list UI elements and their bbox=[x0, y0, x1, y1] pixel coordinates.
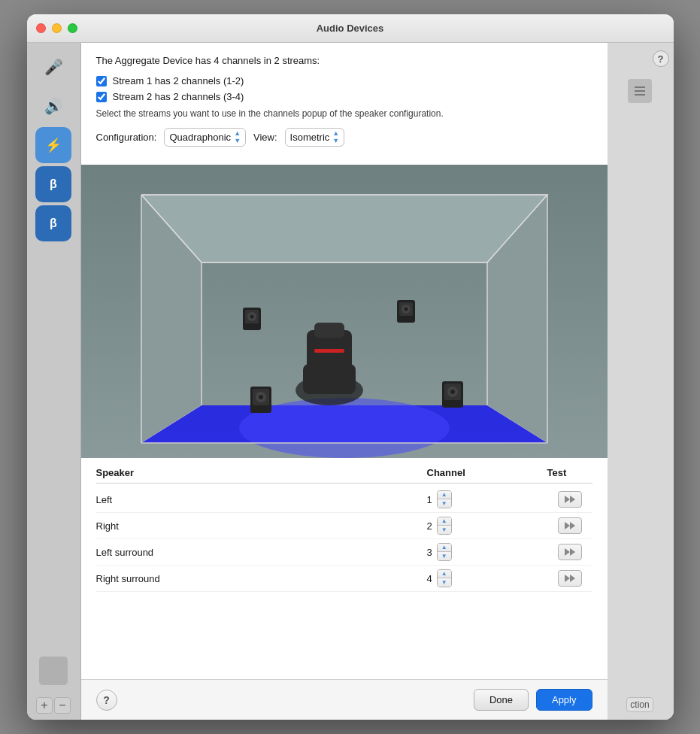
channel-stepper-right[interactable]: ▲ ▼ bbox=[437, 517, 452, 535]
svg-point-26 bbox=[450, 390, 455, 394]
table-row: Left 1 ▲ ▼ bbox=[96, 487, 592, 513]
configuration-value: Quadraphonic bbox=[169, 132, 231, 143]
svg-marker-40 bbox=[570, 548, 575, 556]
action-button[interactable]: ction bbox=[626, 697, 653, 712]
channel-control-left-surround: 3 ▲ ▼ bbox=[427, 543, 547, 561]
stream1-label: Stream 1 has 2 channels (1-2) bbox=[113, 75, 244, 86]
channel-control-right-surround: 4 ▲ ▼ bbox=[427, 569, 547, 587]
table-row: Right surround 4 ▲ ▼ bbox=[96, 566, 592, 592]
arrow-up-icon: ▲ bbox=[332, 130, 339, 137]
add-device-button[interactable]: + bbox=[36, 697, 53, 714]
test-right bbox=[547, 517, 592, 534]
close-button[interactable] bbox=[36, 23, 46, 33]
sidebar-icon-speaker[interactable]: 🔊 bbox=[35, 88, 71, 124]
configuration-select[interactable]: Quadraphonic ▲ ▼ bbox=[164, 128, 246, 147]
stepper-up-icon[interactable]: ▲ bbox=[438, 517, 451, 526]
help-button[interactable]: ? bbox=[96, 690, 117, 711]
stepper-up-icon[interactable]: ▲ bbox=[438, 491, 451, 499]
table-row: Right 2 ▲ ▼ bbox=[96, 513, 592, 539]
help-icon-right[interactable]: ? bbox=[653, 50, 669, 67]
dialog: The Aggregate Device has 4 channels in 2… bbox=[81, 43, 608, 720]
stream2-checkbox[interactable] bbox=[96, 92, 107, 102]
maximize-button[interactable] bbox=[68, 23, 77, 33]
svg-marker-36 bbox=[570, 496, 575, 503]
stream2-row: Stream 2 has 2 channels (3-4) bbox=[96, 91, 592, 102]
channel-stepper-left[interactable]: ▲ ▼ bbox=[437, 490, 452, 508]
view-value: Isometric bbox=[290, 132, 330, 143]
svg-point-30 bbox=[250, 315, 253, 319]
channel-value-left-surround: 3 bbox=[427, 547, 432, 558]
test-left bbox=[547, 491, 592, 508]
channel-value-left: 1 bbox=[427, 494, 432, 505]
stream2-label: Stream 2 has 2 channels (3-4) bbox=[113, 91, 244, 102]
view-label: View: bbox=[253, 132, 277, 143]
stepper-up-icon[interactable]: ▲ bbox=[438, 544, 451, 552]
svg-marker-39 bbox=[565, 548, 570, 556]
svg-rect-0 bbox=[635, 86, 645, 88]
speaker-name-left: Left bbox=[96, 494, 427, 505]
remove-device-button[interactable]: − bbox=[54, 697, 71, 714]
svg-marker-41 bbox=[565, 575, 570, 582]
svg-marker-35 bbox=[565, 496, 570, 503]
info-text: The Aggregate Device has 4 channels in 2… bbox=[96, 55, 592, 66]
stepper-up-icon[interactable]: ▲ bbox=[438, 570, 451, 578]
configuration-arrows: ▲ ▼ bbox=[234, 130, 241, 144]
channel-value-right-surround: 4 bbox=[427, 573, 432, 584]
stepper-down-icon[interactable]: ▼ bbox=[438, 552, 451, 560]
arrow-up-icon: ▲ bbox=[234, 130, 241, 137]
svg-marker-42 bbox=[570, 575, 575, 582]
table-row: Left surround 3 ▲ ▼ bbox=[96, 539, 592, 566]
main-window: Audio Devices 🎤 🔊 ⚡ β β + − ? bbox=[27, 14, 674, 720]
svg-rect-1 bbox=[635, 90, 645, 92]
test-right-surround bbox=[547, 570, 592, 587]
stepper-down-icon[interactable]: ▼ bbox=[438, 526, 451, 534]
svg-rect-18 bbox=[314, 349, 344, 353]
svg-marker-4 bbox=[141, 195, 547, 262]
speaker-name-right: Right bbox=[96, 520, 427, 532]
speaker-name-left-surround: Left surround bbox=[96, 547, 427, 558]
sidebar-icon-usb[interactable]: ⚡ bbox=[35, 127, 71, 163]
channel-value-right: 2 bbox=[427, 520, 432, 532]
titlebar: Audio Devices bbox=[27, 14, 674, 43]
channel-stepper-left-surround[interactable]: ▲ ▼ bbox=[437, 543, 452, 561]
svg-rect-17 bbox=[314, 323, 344, 338]
dialog-header: The Aggregate Device has 4 channels in 2… bbox=[81, 43, 608, 165]
channel-stepper-right-surround[interactable]: ▲ ▼ bbox=[437, 569, 452, 587]
sidebar-icon-microphone[interactable]: 🎤 bbox=[35, 49, 71, 85]
stream1-checkbox[interactable] bbox=[96, 76, 107, 86]
arrow-down-icon: ▼ bbox=[332, 138, 339, 144]
svg-rect-2 bbox=[635, 94, 645, 96]
speaker-name-right-surround: Right surround bbox=[96, 573, 427, 584]
stepper-down-icon[interactable]: ▼ bbox=[438, 578, 451, 587]
speaker-table: Speaker Channel Test Left 1 ▲ ▼ bbox=[81, 458, 608, 679]
traffic-lights bbox=[36, 23, 77, 33]
add-remove-bar: + − bbox=[36, 697, 71, 714]
test-button-left-surround[interactable] bbox=[558, 544, 582, 560]
col-speaker-header: Speaker bbox=[96, 467, 427, 478]
view-arrows: ▲ ▼ bbox=[332, 130, 339, 144]
main-panel: ? ction The Aggregate Device has 4 chann… bbox=[81, 43, 674, 720]
sidebar-icon-bluetooth1[interactable]: β bbox=[35, 166, 71, 202]
stepper-down-icon[interactable]: ▼ bbox=[438, 499, 451, 508]
col-channel-header: Channel bbox=[427, 467, 547, 478]
minimize-button[interactable] bbox=[52, 23, 62, 33]
test-button-left[interactable] bbox=[558, 491, 582, 508]
stream1-row: Stream 1 has 2 channels (1-2) bbox=[96, 75, 592, 86]
device-thumb bbox=[39, 657, 68, 685]
config-row: Configuration: Quadraphonic ▲ ▼ View: Is… bbox=[96, 128, 592, 156]
view-select[interactable]: Isometric ▲ ▼ bbox=[285, 128, 345, 147]
table-header: Speaker Channel Test bbox=[96, 467, 592, 484]
col-test-header: Test bbox=[547, 467, 592, 478]
arrow-down-icon: ▼ bbox=[234, 138, 241, 144]
apply-button[interactable]: Apply bbox=[536, 689, 592, 711]
done-button[interactable]: Done bbox=[474, 689, 529, 711]
streams-hint: Select the streams you want to use in th… bbox=[96, 108, 592, 119]
sidebar-icon-bluetooth2[interactable]: β bbox=[35, 205, 71, 241]
channel-control-left: 1 ▲ ▼ bbox=[427, 490, 547, 508]
svg-point-34 bbox=[404, 308, 408, 311]
test-button-right[interactable] bbox=[558, 517, 582, 534]
list-icon bbox=[628, 79, 652, 103]
test-left-surround bbox=[547, 544, 592, 560]
test-button-right-surround[interactable] bbox=[558, 570, 582, 587]
svg-marker-37 bbox=[565, 522, 570, 529]
